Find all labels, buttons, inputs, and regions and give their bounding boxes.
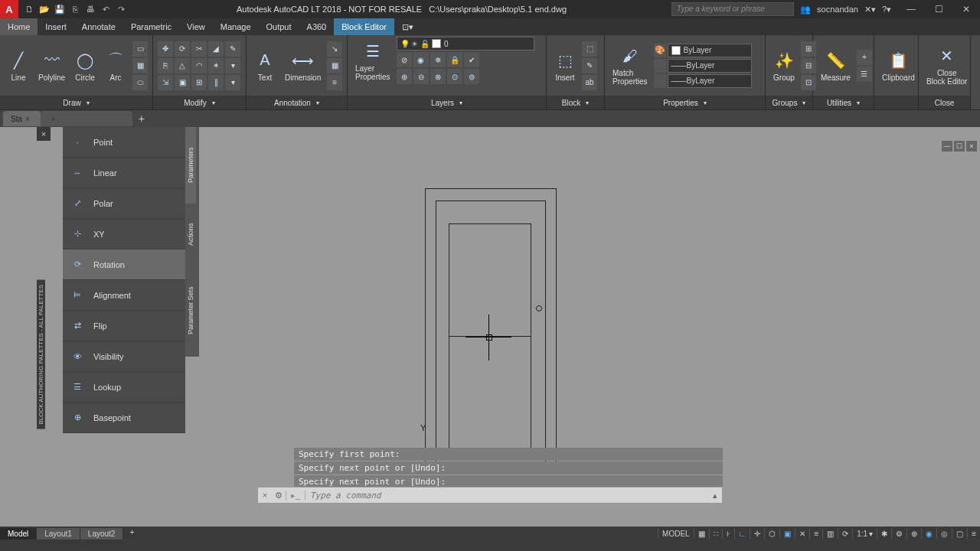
match-properties-button[interactable]: 🖌Match Properties bbox=[609, 44, 651, 87]
param-point[interactable]: ·Point bbox=[63, 127, 185, 158]
palette-tab-actions[interactable]: Actions bbox=[185, 204, 196, 265]
qat-save-icon[interactable]: 💾 bbox=[54, 3, 66, 15]
user-name[interactable]: socnandan bbox=[817, 5, 858, 14]
param-polar[interactable]: ⤢Polar bbox=[63, 188, 185, 219]
dimension-button[interactable]: ⟷Dimension bbox=[282, 48, 324, 83]
model-tab[interactable]: Model bbox=[0, 528, 37, 540]
cmd-close-icon[interactable]: × bbox=[258, 491, 272, 500]
qat-new-icon[interactable]: 🗋 bbox=[23, 3, 35, 15]
tab-view[interactable]: View bbox=[179, 18, 213, 35]
create-block-icon[interactable]: ⬚ bbox=[582, 41, 597, 57]
line-button[interactable]: ╱Line bbox=[5, 48, 32, 83]
arc-button[interactable]: ⌒Arc bbox=[102, 48, 129, 83]
panel-layers-label[interactable]: Layers bbox=[348, 96, 546, 109]
view-close-icon[interactable]: × bbox=[966, 141, 977, 152]
linetype-icon[interactable] bbox=[654, 74, 666, 88]
hatch-icon[interactable]: ▦ bbox=[132, 58, 148, 73]
clipboard-button[interactable]: 📋Clipboard bbox=[879, 48, 918, 83]
cmd-options-icon[interactable]: ⚙ bbox=[272, 491, 286, 500]
tab-home[interactable]: Home bbox=[0, 18, 38, 35]
app-logo[interactable]: A bbox=[0, 0, 18, 18]
cmd-history-icon[interactable]: ▴ bbox=[708, 491, 722, 500]
customize-icon[interactable]: ≡ bbox=[967, 528, 980, 540]
attr-icon[interactable]: ab bbox=[582, 75, 597, 90]
search-box[interactable]: Type a keyword or phrase bbox=[671, 2, 794, 16]
measure-button[interactable]: 📏Measure bbox=[818, 48, 854, 83]
cmd-prompt-icon[interactable]: ▸_ bbox=[286, 491, 305, 500]
layoff-icon[interactable]: ⊘ bbox=[397, 52, 412, 67]
rotate-icon[interactable]: ⟳ bbox=[175, 41, 190, 57]
otrack-toggle-icon[interactable]: ✕ bbox=[795, 528, 809, 540]
file-tab-start[interactable]: Sta× bbox=[3, 111, 41, 126]
stretch-icon[interactable]: ⇲ bbox=[158, 75, 173, 90]
anno-monitor-icon[interactable]: ⊕ bbox=[906, 528, 921, 540]
mirror-icon[interactable]: △ bbox=[175, 58, 190, 73]
laylck-icon[interactable]: 🔒 bbox=[447, 52, 462, 67]
lw-toggle-icon[interactable]: ≡ bbox=[809, 528, 822, 540]
trim-icon[interactable]: ✂ bbox=[191, 41, 207, 57]
iso-toggle-icon[interactable]: ⬡ bbox=[764, 528, 779, 540]
minimize-button[interactable]: — bbox=[897, 0, 925, 18]
leader-icon[interactable]: ↘ bbox=[327, 41, 342, 57]
add-layout-button[interactable]: + bbox=[123, 528, 140, 540]
ortho-toggle-icon[interactable]: ∟ bbox=[734, 528, 750, 540]
circle-button[interactable]: ◯Circle bbox=[71, 48, 99, 83]
status-model[interactable]: MODEL bbox=[658, 528, 694, 540]
panel-properties-label[interactable]: Properties bbox=[605, 96, 765, 109]
signin-icon[interactable]: 👥 bbox=[800, 5, 811, 15]
polar-toggle-icon[interactable]: ✛ bbox=[750, 528, 764, 540]
palette-tab-parameters[interactable]: Parameters bbox=[185, 127, 196, 204]
anno-vis-icon[interactable]: ✱ bbox=[877, 528, 891, 540]
tab-close-icon[interactable]: × bbox=[48, 115, 59, 123]
qat-saveas-icon[interactable]: ⎘ bbox=[69, 3, 81, 15]
layout2-tab[interactable]: Layout2 bbox=[80, 528, 124, 540]
tab-manage[interactable]: Manage bbox=[213, 18, 259, 35]
param-visibility[interactable]: 👁Visibility bbox=[63, 341, 185, 372]
qat-undo-icon[interactable]: ↶ bbox=[100, 3, 112, 15]
panel-draw-label[interactable]: Draw bbox=[0, 96, 152, 109]
panel-annotation-label[interactable]: Annotation bbox=[247, 96, 347, 109]
param-alignment[interactable]: ⊨Alignment bbox=[63, 280, 185, 311]
tab-insert[interactable]: Insert bbox=[38, 18, 74, 35]
lineweight-combo[interactable]: —— ByLayer bbox=[668, 59, 752, 73]
tab-output[interactable]: Output bbox=[259, 18, 299, 35]
maximize-button[interactable]: ☐ bbox=[925, 0, 952, 18]
qat-open-icon[interactable]: 📂 bbox=[38, 3, 51, 15]
panel-block-label[interactable]: Block bbox=[547, 96, 604, 109]
erase-icon[interactable]: ✎ bbox=[225, 41, 240, 57]
snap-toggle-icon[interactable]: ∷ bbox=[709, 528, 722, 540]
copy-icon[interactable]: ⎘ bbox=[158, 58, 173, 73]
param-linear[interactable]: ↔Linear bbox=[63, 158, 185, 188]
linetype-combo[interactable]: —— ByLayer bbox=[668, 74, 752, 88]
panel-groups-label[interactable]: Groups bbox=[766, 96, 812, 109]
ws-switch-icon[interactable]: ⚙ bbox=[891, 528, 906, 540]
view-max-icon[interactable]: ☐ bbox=[954, 141, 965, 152]
tab-annotate[interactable]: Annotate bbox=[74, 18, 123, 35]
palette-tab-parameter-sets[interactable]: Parameter Sets bbox=[185, 265, 196, 357]
layer-combo[interactable]: 💡 ☀ 🔓 0 bbox=[397, 37, 534, 51]
anno-scale[interactable]: 1:1▾ bbox=[852, 528, 877, 540]
ribbon-options-icon[interactable]: ⊡▾ bbox=[394, 18, 421, 35]
clean-screen-icon[interactable]: ▢ bbox=[952, 528, 967, 540]
color-combo[interactable]: ByLayer bbox=[668, 44, 752, 57]
new-tab-button[interactable]: + bbox=[132, 112, 151, 125]
tab-block-editor[interactable]: Block Editor bbox=[334, 18, 394, 35]
layfrz-icon[interactable]: ❄ bbox=[430, 52, 446, 67]
tab-close-icon[interactable]: × bbox=[22, 115, 33, 123]
text-button[interactable]: AText bbox=[251, 48, 279, 83]
rect-icon[interactable]: ▭ bbox=[132, 41, 148, 57]
qat-print-icon[interactable]: 🖶 bbox=[84, 3, 96, 15]
color-icon[interactable]: 🎨 bbox=[654, 44, 666, 57]
param-rotation[interactable]: ⟳Rotation bbox=[63, 249, 185, 280]
cycle-toggle-icon[interactable]: ⟳ bbox=[838, 528, 852, 540]
command-input[interactable] bbox=[305, 491, 708, 500]
laymcur-icon[interactable]: ✔ bbox=[464, 52, 479, 67]
param-lookup[interactable]: ☰Lookup bbox=[63, 372, 185, 403]
grid-toggle-icon[interactable]: ▦ bbox=[694, 528, 709, 540]
fillet-icon[interactable]: ◠ bbox=[191, 58, 207, 73]
insert-button[interactable]: ⬚Insert bbox=[551, 48, 579, 83]
close-button[interactable]: ✕ bbox=[952, 0, 980, 18]
lineweight-icon[interactable] bbox=[654, 59, 666, 73]
osnap-toggle-icon[interactable]: ▣ bbox=[779, 528, 795, 540]
layiso-icon[interactable]: ◉ bbox=[413, 52, 429, 67]
